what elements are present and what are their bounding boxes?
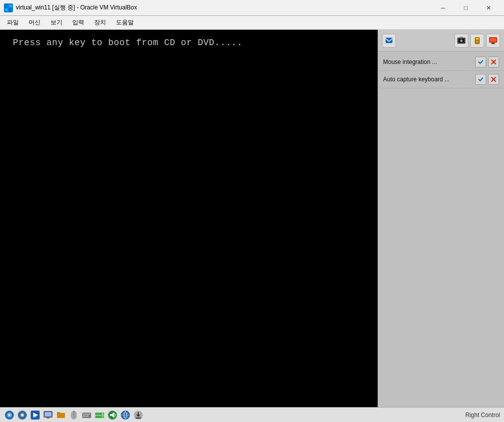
mouse-status-icon[interactable]	[68, 410, 79, 421]
svg-rect-8	[460, 37, 463, 38]
maximize-button[interactable]: □	[454, 0, 477, 16]
snapshot-panel-icon[interactable]	[454, 34, 468, 48]
panel-toolbar	[378, 30, 504, 52]
svg-rect-37	[85, 414, 87, 415]
auto-capture-keyboard-actions	[475, 74, 499, 85]
svg-rect-1	[9, 4, 12, 7]
display-status-icon[interactable]	[43, 410, 54, 421]
display-panel-icon[interactable]	[486, 34, 500, 48]
svg-point-22	[8, 414, 10, 416]
app-icon	[4, 3, 13, 12]
menu-input[interactable]: 입력	[67, 16, 89, 29]
window-title: virtual_win11 [실행 중] - Oracle VM Virtual…	[16, 3, 432, 12]
right-panel: Mouse integration ...	[378, 30, 504, 407]
status-bar: Right Control	[0, 407, 504, 422]
svg-rect-15	[491, 44, 495, 44]
svg-rect-2	[5, 8, 8, 11]
mouse-integration-label: Mouse integration ...	[383, 59, 475, 65]
menu-bar: 파일 머신 보기 입력 장치 도움말	[0, 16, 504, 30]
menu-view[interactable]: 보기	[46, 16, 67, 29]
storage-status-icon[interactable]	[94, 410, 105, 421]
svg-point-11	[476, 41, 478, 43]
network-status-icon[interactable]	[120, 410, 131, 421]
svg-rect-13	[490, 38, 496, 42]
svg-rect-41	[86, 416, 89, 417]
vm-screen[interactable]: Press any key to boot from CD or DVD....…	[0, 30, 378, 407]
svg-rect-39	[89, 414, 90, 415]
download-status-icon[interactable]	[133, 410, 144, 421]
settings-list: Mouse integration ...	[378, 52, 504, 90]
svg-rect-28	[34, 417, 37, 418]
menu-file[interactable]: 파일	[2, 16, 24, 29]
title-bar: virtual_win11 [실행 중] - Oracle VM Virtual…	[0, 0, 504, 16]
svg-point-25	[21, 414, 23, 416]
optical-drive-icon[interactable]	[17, 410, 28, 421]
auto-capture-close-btn[interactable]	[488, 74, 499, 85]
mouse-integration-check-btn[interactable]	[475, 57, 486, 67]
mouse-integration-close-btn[interactable]	[488, 57, 499, 67]
auto-capture-check-btn[interactable]	[475, 74, 486, 85]
svg-rect-38	[87, 414, 89, 415]
status-icon-disk[interactable]	[4, 410, 15, 421]
svg-rect-30	[45, 412, 52, 417]
svg-rect-31	[47, 418, 50, 419]
close-button[interactable]: ✕	[477, 0, 500, 16]
usb-panel-icon[interactable]	[470, 34, 484, 48]
svg-rect-4	[386, 38, 392, 43]
window-controls: ─ □ ✕	[432, 0, 500, 16]
menu-help[interactable]: 도움말	[111, 16, 139, 29]
menu-devices[interactable]: 장치	[89, 16, 111, 29]
svg-rect-3	[9, 8, 12, 11]
keyboard-status-icon[interactable]	[81, 410, 92, 421]
status-icons	[4, 410, 463, 421]
svg-point-45	[102, 416, 104, 418]
svg-rect-40	[83, 416, 86, 417]
minimize-button[interactable]: ─	[432, 0, 454, 16]
svg-rect-0	[5, 4, 8, 7]
svg-rect-54	[138, 412, 139, 415]
svg-rect-35	[82, 413, 91, 418]
auto-capture-keyboard-item[interactable]: Auto capture keyboard ...	[378, 71, 504, 88]
play-status-icon[interactable]	[30, 410, 41, 421]
audio-status-icon[interactable]	[107, 410, 118, 421]
auto-capture-keyboard-label: Auto capture keyboard ...	[383, 76, 475, 83]
svg-rect-10	[476, 38, 479, 40]
mouse-integration-actions	[475, 57, 499, 67]
svg-point-44	[102, 413, 104, 415]
svg-rect-36	[83, 414, 85, 415]
svg-rect-14	[492, 43, 495, 44]
vm-boot-text: Press any key to boot from CD or DVD....…	[13, 38, 242, 48]
notification-icon[interactable]	[382, 34, 396, 48]
shared-folder-icon[interactable]	[56, 410, 66, 421]
svg-rect-55	[135, 418, 141, 419]
svg-point-34	[73, 415, 75, 418]
mouse-integration-item[interactable]: Mouse integration ...	[378, 54, 504, 71]
menu-machine[interactable]: 머신	[24, 16, 46, 29]
right-control-label: Right Control	[465, 412, 500, 419]
main-area: Press any key to boot from CD or DVD....…	[0, 30, 504, 407]
svg-point-7	[460, 39, 463, 42]
